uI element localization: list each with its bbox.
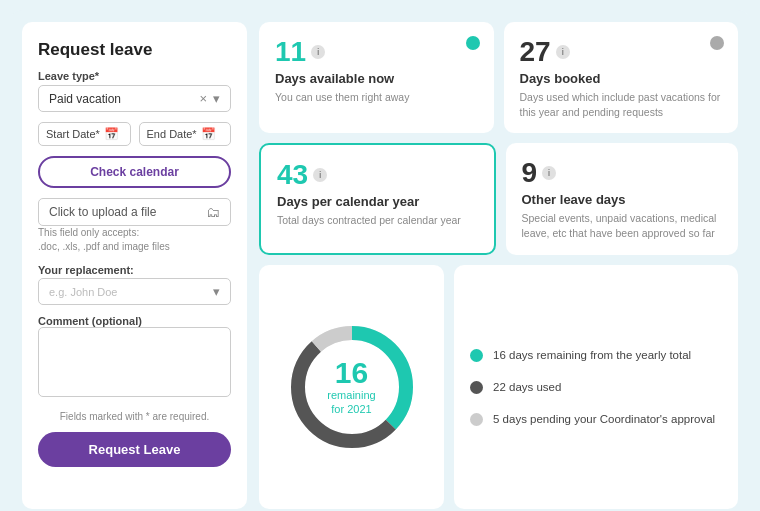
info-icon-available[interactable]: i: [311, 45, 325, 59]
replacement-label: Your replacement:: [38, 264, 231, 276]
chevron-down-icon-replacement: ▾: [213, 284, 220, 299]
required-hint: Fields marked with * are required.: [38, 411, 231, 422]
replacement-select[interactable]: e.g. John Doe ▾: [38, 278, 231, 305]
start-date-field[interactable]: Start Date* 📅: [38, 122, 131, 146]
leave-type-section: Leave type* Paid vacation × ▾: [38, 70, 231, 112]
page-title: Request leave: [38, 40, 231, 60]
legend-item-remaining: 16 days remaining from the yearly total: [470, 347, 722, 363]
donut-number: 16: [327, 358, 375, 388]
request-leave-button[interactable]: Request Leave: [38, 432, 231, 467]
comment-section: Comment (optional): [38, 315, 231, 401]
card-other-leave: 9 i Other leave days Special events, unp…: [506, 143, 739, 254]
clear-icon[interactable]: ×: [199, 91, 207, 106]
calendar-icon-start: 📅: [104, 127, 119, 141]
calendar-icon-end: 📅: [201, 127, 216, 141]
legend-text-pending: 5 days pending your Coordinator's approv…: [493, 411, 715, 427]
card-title-available: Days available now: [275, 71, 478, 86]
end-date-label: End Date*: [147, 128, 197, 140]
legend-item-pending: 5 days pending your Coordinator's approv…: [470, 411, 722, 427]
upload-row[interactable]: Click to upload a file 🗂: [38, 198, 231, 226]
right-panel: 11 i Days available now You can use them…: [259, 22, 738, 509]
legend-text-remaining: 16 days remaining from the yearly total: [493, 347, 691, 363]
donut-chart-card: 16 remainingfor 2021: [259, 265, 444, 509]
donut-label: remainingfor 2021: [327, 388, 375, 417]
leave-type-value: Paid vacation: [49, 92, 121, 106]
folder-icon: 🗂: [206, 204, 220, 220]
app-container: Request leave Leave type* Paid vacation …: [10, 10, 750, 511]
status-dot-available: [466, 36, 480, 50]
date-row: Start Date* 📅 End Date* 📅: [38, 122, 231, 146]
bottom-row: 16 remainingfor 2021 16 days remaining f…: [259, 265, 738, 509]
legend-dot-used: [470, 381, 483, 394]
legend-text-used: 22 days used: [493, 379, 561, 395]
card-desc-other: Special events, unpaid vacations, medica…: [522, 211, 723, 240]
info-icon-other[interactable]: i: [542, 166, 556, 180]
info-icon-booked[interactable]: i: [556, 45, 570, 59]
start-date-label: Start Date*: [46, 128, 100, 140]
card-number-calendar: 43 i: [277, 159, 478, 191]
card-title-booked: Days booked: [520, 71, 723, 86]
bottom-cards: 43 i Days per calendar year Total days c…: [259, 143, 738, 254]
legend-dot-remaining: [470, 349, 483, 362]
card-number-booked: 27 i: [520, 36, 723, 68]
leave-type-label: Leave type*: [38, 70, 231, 82]
chevron-down-icon: ▾: [213, 91, 220, 106]
info-icon-calendar[interactable]: i: [313, 168, 327, 182]
legend-card: 16 days remaining from the yearly total …: [454, 265, 738, 509]
left-panel: Request leave Leave type* Paid vacation …: [22, 22, 247, 509]
card-desc-calendar: Total days contracted per calendar year: [277, 213, 478, 228]
card-title-other: Other leave days: [522, 192, 723, 207]
leave-type-select[interactable]: Paid vacation × ▾: [38, 85, 231, 112]
replacement-section: Your replacement: e.g. John Doe ▾: [38, 264, 231, 305]
top-cards: 11 i Days available now You can use them…: [259, 22, 738, 133]
donut-chart: 16 remainingfor 2021: [282, 317, 422, 457]
card-desc-available: You can use them right away: [275, 90, 478, 105]
upload-label: Click to upload a file: [49, 205, 156, 219]
card-days-booked: 27 i Days booked Days used which include…: [504, 22, 739, 133]
comment-label: Comment (optional): [38, 315, 231, 327]
card-number-available: 11 i: [275, 36, 478, 68]
upload-section: Click to upload a file 🗂 This field only…: [38, 198, 231, 254]
comment-textarea[interactable]: [38, 327, 231, 397]
card-number-other: 9 i: [522, 157, 723, 189]
donut-center: 16 remainingfor 2021: [327, 358, 375, 417]
replacement-placeholder: e.g. John Doe: [49, 286, 118, 298]
card-desc-booked: Days used which include past vacations f…: [520, 90, 723, 119]
status-dot-booked: [710, 36, 724, 50]
end-date-field[interactable]: End Date* 📅: [139, 122, 232, 146]
card-days-available: 11 i Days available now You can use them…: [259, 22, 494, 133]
legend-item-used: 22 days used: [470, 379, 722, 395]
card-title-calendar: Days per calendar year: [277, 194, 478, 209]
legend-dot-pending: [470, 413, 483, 426]
card-calendar-year: 43 i Days per calendar year Total days c…: [259, 143, 496, 254]
check-calendar-button[interactable]: Check calendar: [38, 156, 231, 188]
upload-hint: This field only accepts:.doc, .xls, .pdf…: [38, 226, 231, 254]
